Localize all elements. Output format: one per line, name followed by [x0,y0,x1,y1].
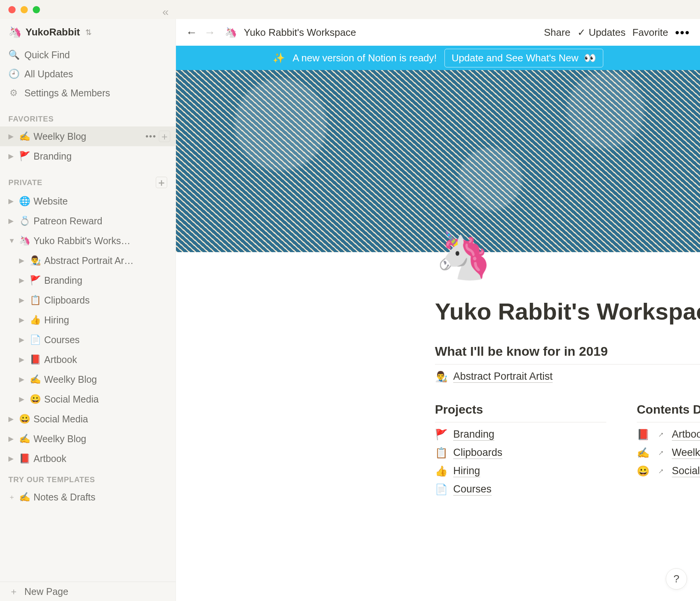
eyes-icon: 👀 [584,52,596,64]
sidebar-item-workspace[interactable]: ▼ 🦄 Yuko Rabbit's Works… [0,231,176,251]
page-emoji-icon[interactable]: 🦄 [435,232,492,278]
projects-heading[interactable]: Projects [435,403,606,417]
sidebar-item-weekly-blog[interactable]: ▶ ✍️ Weelky Blog [0,369,176,389]
chevron-right-icon[interactable]: ▶ [19,276,27,285]
more-icon[interactable]: ••• [675,26,690,40]
sidebar-item-branding[interactable]: ▶ 🚩 Branding [0,270,176,290]
sidebar-item-artbook[interactable]: ▶ 📕 Artbook [0,350,176,369]
project-link-branding[interactable]: 🚩 Branding [435,428,606,441]
help-button[interactable]: ? [666,568,687,590]
collapse-sidebar-icon[interactable]: « [162,5,169,18]
project-link-courses[interactable]: 📄 Courses [435,483,606,496]
clipboard-icon: 📋 [30,295,41,305]
project-link-clipboards[interactable]: 📋 Clipboards [435,447,606,459]
sidebar-item-artbook-top[interactable]: ▶ 📕 Artbook [0,449,176,468]
new-page-button[interactable]: ＋ New Page [0,582,176,601]
chevron-down-icon[interactable]: ▼ [8,237,16,245]
sidebar-item-clipboards[interactable]: ▶ 📋 Clipboards [0,290,176,310]
chevron-right-icon[interactable]: ▶ [8,132,16,141]
chevron-right-icon[interactable]: ▶ [8,197,16,205]
flag-icon: 🚩 [30,275,41,286]
sidebar-item-website[interactable]: ▶ 🌐 Website [0,191,176,211]
chevron-right-icon[interactable]: ▶ [8,415,16,423]
sidebar-item-label: Social Media [44,394,99,405]
chevron-right-icon[interactable]: ▶ [19,336,27,344]
workspace-name: YukoRabbit [26,26,80,38]
sidebar-item-social-media-top[interactable]: ▶ 😀 Social Media [0,409,176,429]
chevron-right-icon[interactable]: ▶ [8,435,16,443]
sidebar-item-hiring[interactable]: ▶ 👍 Hiring [0,310,176,330]
sidebar-item-courses[interactable]: ▶ 📄 Courses [0,330,176,350]
writing-icon: ✍️ [19,433,30,444]
chevron-right-icon[interactable]: ▶ [19,395,27,403]
check-icon: ✓ [577,27,586,38]
sidebar-item-social-media[interactable]: ▶ 😀 Social Media [0,389,176,409]
ring-icon: 💍 [19,216,30,226]
sidebar-item-notes-drafts[interactable]: ＋ ✍️ Notes & Drafts [0,487,176,507]
chevron-right-icon[interactable]: ▶ [8,217,16,225]
page-cover[interactable]: 🦄 [176,70,700,252]
chevron-right-icon[interactable]: ▶ [19,316,27,324]
add-page-icon[interactable]: ＋ [159,131,170,142]
feature-link[interactable]: 👨‍🎨 Abstract Portrait Artist [435,371,700,383]
chevron-right-icon[interactable]: ▶ [19,256,27,265]
share-button[interactable]: Share [544,27,570,38]
book-icon: 📕 [637,428,650,441]
sidebar-item-weekly-blog-top[interactable]: ▶ ✍️ Weelky Blog [0,429,176,449]
divider [435,422,606,422]
search-icon: 🔍 [8,50,19,60]
feature-link-label: Abstract Portrait Artist [453,371,553,383]
topbar: ← → 🦄 Yuko Rabbit's Workspace Share ✓ Up… [176,19,700,46]
sidebar-item-label: Courses [44,334,80,345]
nav-forward-icon[interactable]: → [204,26,216,39]
chevron-right-icon[interactable]: ▶ [19,296,27,304]
settings-button[interactable]: ⚙ Settings & Members [0,83,176,102]
quick-find-button[interactable]: 🔍 Quick Find [0,45,176,64]
arrow-link-icon: → [654,465,667,478]
page-title[interactable]: Yuko Rabbit's Workspace [435,298,700,325]
sidebar-item-label: Artbook [34,453,66,464]
thumbs-up-icon: 👍 [30,315,41,325]
maximize-window-button[interactable] [33,6,40,13]
sidebar-item-weekly-blog-fav[interactable]: ▶ ✍️ Weelky Blog ••• ＋ [0,126,176,146]
update-button[interactable]: Update and See What's New 👀 [444,49,603,67]
sidebar-item-abstract-portrait[interactable]: ▶ 👨‍🎨 Abstract Portrait Ar… [0,251,176,270]
chevron-right-icon[interactable]: ▶ [19,375,27,384]
close-window-button[interactable] [8,6,16,13]
workspace-icon: 🦄 [8,26,22,38]
sidebar-item-branding-fav[interactable]: ▶ 🚩 Branding [0,146,176,166]
chevron-right-icon[interactable]: ▶ [8,454,16,463]
chevron-right-icon[interactable]: ▶ [19,355,27,364]
sidebar-item-label: Clipboards [44,295,90,306]
page-icon: 📄 [30,334,41,345]
all-updates-label: All Updates [24,69,73,80]
more-icon[interactable]: ••• [145,131,157,141]
projects-column: Projects 🚩 Branding 📋 Clipboards 👍 [435,396,606,502]
content-link-weekly-blog[interactable]: ✍️ → Weelky Blog [637,447,700,459]
all-updates-button[interactable]: 🕘 All Updates [0,64,176,83]
favorites-section-label: FAVORITES [0,104,176,126]
favorite-button[interactable]: Favorite [632,27,668,38]
page-subtitle[interactable]: What I'll be know for in 2019 [435,344,700,359]
minimize-window-button[interactable] [21,6,28,13]
contents-heading[interactable]: Contents Dashboard [637,403,700,417]
sidebar-item-label: Artbook [44,354,77,365]
workspace-switcher[interactable]: 🦄 YukoRabbit ⇅ [0,23,176,45]
content-link-social-media[interactable]: 😀 → Social Media [637,465,700,477]
flag-icon: 🚩 [435,428,448,441]
project-link-hiring[interactable]: 👍 Hiring [435,465,606,477]
chevron-right-icon[interactable]: ▶ [8,152,16,160]
breadcrumb[interactable]: Yuko Rabbit's Workspace [244,27,356,38]
sidebar-item-label: Website [34,196,68,207]
updates-button[interactable]: ✓ Updates [577,27,626,38]
window-titlebar [0,0,700,19]
nav-back-icon[interactable]: ← [186,26,197,39]
writing-icon: ✍️ [637,447,650,459]
book-icon: 📕 [30,354,41,365]
content-link-artbook[interactable]: 📕 → Artbook [637,428,700,441]
sidebar-item-patreon[interactable]: ▶ 💍 Patreon Reward [0,211,176,231]
divider [435,364,700,364]
expand-icon: ⇅ [85,28,92,37]
add-page-icon[interactable]: ＋ [156,177,167,188]
divider [637,422,700,422]
